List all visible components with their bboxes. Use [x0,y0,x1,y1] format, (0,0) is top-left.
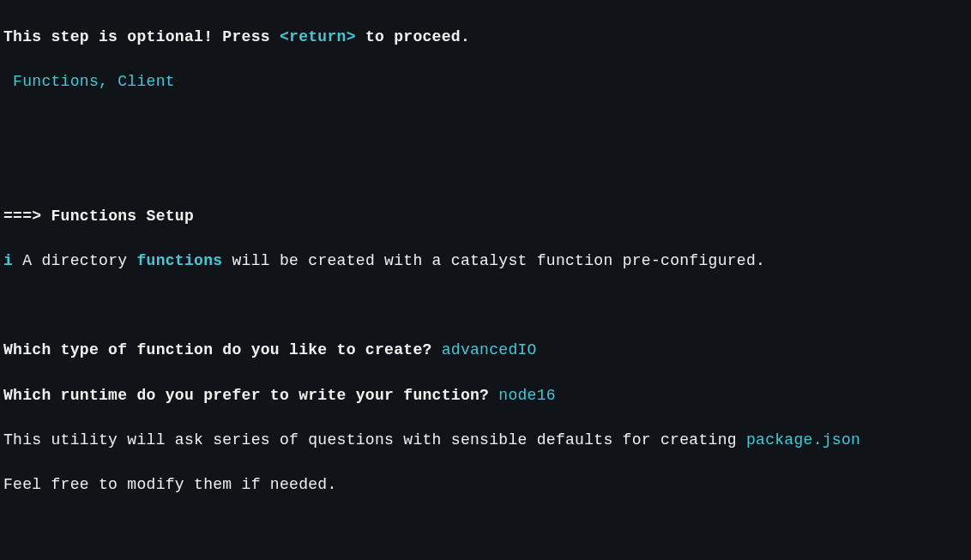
optional-step-line: This step is optional! Press <return> to… [3,26,968,48]
runtime-question: Which runtime do you prefer to write you… [3,387,498,404]
blank-line [3,115,968,137]
setup-title: Functions Setup [51,208,195,225]
directory-suffix: will be created with a catalyst function… [222,252,765,269]
optional-step-prefix: This step is optional! Press [3,28,280,45]
utility-info-line: This utility will ask series of question… [3,429,968,451]
blank-line [3,294,968,316]
optional-step-suffix: to proceed. [356,28,470,45]
return-key: <return> [280,28,356,45]
utility-prefix: This utility will ask series of question… [3,431,746,449]
functions-dirname: functions [136,252,222,269]
modify-hint-line: Feel free to modify them if needed. [3,473,968,496]
blank-line [3,160,968,183]
functions-setup-header: ===> Functions Setup [3,205,968,227]
arrow-prefix: ===> [3,208,51,225]
directory-info-line: i A directory functions will be created … [3,250,968,272]
function-type-question: Which type of function do you like to cr… [3,341,442,358]
directory-prefix: A directory [13,252,136,269]
info-icon: i [3,252,13,269]
components-line: Functions, Client [3,70,968,93]
package-json-file: package.json [746,431,860,449]
runtime-answer: node16 [498,387,556,404]
function-type-answer: advancedIO [442,341,537,358]
blank-line [3,518,968,540]
runtime-prompt: Which runtime do you prefer to write you… [3,384,968,406]
function-type-prompt: Which type of function do you like to cr… [3,339,968,361]
terminal-output: This step is optional! Press <return> to… [3,3,968,560]
